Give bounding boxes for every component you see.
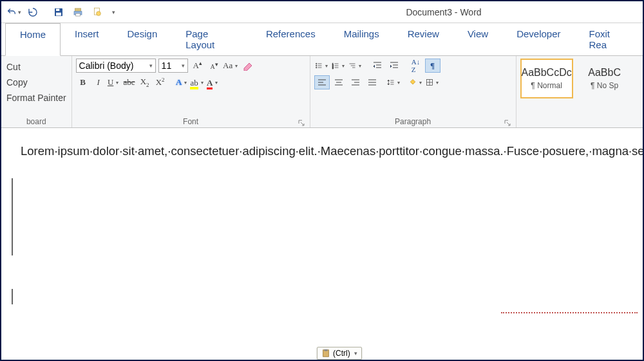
align-right-button[interactable] <box>348 75 363 89</box>
format-painter-button[interactable]: Format Painter <box>5 92 68 104</box>
tab-design[interactable]: Design <box>113 23 172 55</box>
dialog-launcher-icon[interactable] <box>504 119 511 127</box>
svg-rect-5 <box>76 14 80 16</box>
shading-button[interactable]: ▾ <box>408 75 424 89</box>
numbering-button[interactable]: 123▾ <box>331 59 346 73</box>
style-name: ¶ Normal <box>531 81 562 90</box>
group-font: Calibri (Body) ▾ 11 ▾ A▴ A▾ Aa▾ B I U▾ a… <box>72 56 310 127</box>
chevron-down-icon: ▾ <box>112 9 115 15</box>
decrease-indent-button[interactable] <box>370 59 385 73</box>
group-paragraph: ▾ 123▾ ▾ A↓Z ¶ ▾ ▾ ▾ Par <box>310 56 516 127</box>
save-button[interactable] <box>50 4 67 21</box>
svg-point-8 <box>316 63 317 64</box>
tab-mailings[interactable]: Mailings <box>330 23 393 55</box>
qat-customize-button[interactable]: ▾ <box>108 4 117 21</box>
justify-button[interactable] <box>365 75 380 89</box>
style-preview: AaBbC <box>588 67 621 79</box>
style-preview: AaBbCcDc <box>521 67 571 79</box>
chevron-down-icon[interactable]: ▾ <box>18 9 21 15</box>
font-size-value: 11 <box>162 60 172 71</box>
font-color-button[interactable]: A▾ <box>206 75 220 89</box>
clipboard-icon <box>321 349 330 358</box>
highlight-button[interactable]: ab▾ <box>191 75 205 89</box>
align-center-button[interactable] <box>331 75 346 89</box>
bold-button[interactable]: B <box>76 75 90 89</box>
tab-references[interactable]: References <box>252 23 330 55</box>
cut-button[interactable]: Cut <box>5 61 22 73</box>
font-name-value: Calibri (Body) <box>79 60 134 71</box>
quickprint-button[interactable] <box>70 4 86 21</box>
group-label-paragraph: Paragraph <box>314 116 512 127</box>
chevron-down-icon: ▾ <box>182 62 185 69</box>
sort-button[interactable]: A↓Z <box>408 59 424 73</box>
tab-foxit[interactable]: Foxit Rea <box>575 23 643 55</box>
title-bar: ▾ ▾ Document3 - Word <box>1 1 643 23</box>
tab-view[interactable]: View <box>453 23 502 55</box>
tab-review[interactable]: Review <box>393 23 453 55</box>
grow-font-button[interactable]: A▴ <box>191 59 205 73</box>
multilevel-list-button[interactable]: ▾ <box>348 59 363 73</box>
underline-button[interactable]: U▾ <box>107 75 121 89</box>
repeat-button[interactable] <box>24 4 41 21</box>
chevron-down-icon: ▾ <box>149 62 153 69</box>
font-name-combo[interactable]: Calibri (Body) ▾ <box>76 59 156 73</box>
style-no-spacing[interactable]: AaBbC ¶ No Sp <box>578 59 631 98</box>
undo-button[interactable]: ▾ <box>5 4 22 21</box>
svg-rect-48 <box>324 349 327 351</box>
paste-options-label: (Ctrl) <box>333 349 350 358</box>
italic-button[interactable]: I <box>91 75 106 89</box>
group-styles: AaBbCcDc ¶ Normal AaBbC ¶ No Sp <box>516 56 643 127</box>
subscript-button[interactable]: X2 <box>138 75 152 89</box>
show-hide-button[interactable]: ¶ <box>425 59 440 73</box>
style-normal[interactable]: AaBbCcDc ¶ Normal <box>520 59 573 98</box>
change-case-button[interactable]: Aa▾ <box>224 59 238 73</box>
document-area[interactable]: Lorem·ipsum·dolor·sit·amet,·consectetuer… <box>1 128 643 161</box>
ribbon-tabs: Home Insert Design Page Layout Reference… <box>1 23 643 56</box>
superscript-button[interactable]: X2 <box>153 75 167 89</box>
line-spacing-button[interactable]: ▾ <box>386 75 402 89</box>
bullets-button[interactable]: ▾ <box>314 59 330 73</box>
svg-point-7 <box>97 11 101 15</box>
change-bar <box>12 178 13 255</box>
font-size-combo[interactable]: 11 ▾ <box>158 59 188 73</box>
increase-indent-button[interactable] <box>386 59 402 73</box>
tab-page-layout[interactable]: Page Layout <box>171 23 252 55</box>
new-doc-button[interactable] <box>89 4 106 21</box>
borders-button[interactable]: ▾ <box>425 75 440 89</box>
shrink-font-button[interactable]: A▾ <box>207 59 222 73</box>
dialog-launcher-icon[interactable] <box>298 119 305 127</box>
copy-button[interactable]: Copy <box>5 77 29 88</box>
document-paragraph[interactable]: Lorem·ipsum·dolor·sit·amet,·consectetuer… <box>21 142 623 161</box>
tab-developer[interactable]: Developer <box>502 23 574 55</box>
style-name: ¶ No Sp <box>591 81 618 90</box>
svg-point-12 <box>316 67 317 68</box>
align-left-button[interactable] <box>314 75 330 89</box>
ribbon: Cut Copy Format Painter board Calibri (B… <box>1 56 643 128</box>
group-clipboard: Cut Copy Format Painter board <box>1 56 72 127</box>
svg-text:3: 3 <box>332 67 333 69</box>
group-label-clipboard: board <box>5 116 68 127</box>
strikethrough-button[interactable]: abc <box>122 75 137 89</box>
svg-point-10 <box>316 65 317 66</box>
tab-insert[interactable]: Insert <box>61 23 113 55</box>
group-label-font: Font <box>76 116 306 127</box>
change-bar <box>12 289 13 304</box>
svg-rect-2 <box>56 12 61 15</box>
text-effects-button[interactable]: A▾ <box>175 75 189 89</box>
paste-options-button[interactable]: (Ctrl) ▾ <box>317 347 362 360</box>
tab-home[interactable]: Home <box>5 23 61 56</box>
svg-rect-1 <box>56 8 59 10</box>
chevron-down-icon: ▾ <box>354 350 357 356</box>
moved-content-line <box>501 312 638 313</box>
clear-formatting-button[interactable] <box>241 59 255 73</box>
document-title: Document3 - Word <box>249 7 639 17</box>
